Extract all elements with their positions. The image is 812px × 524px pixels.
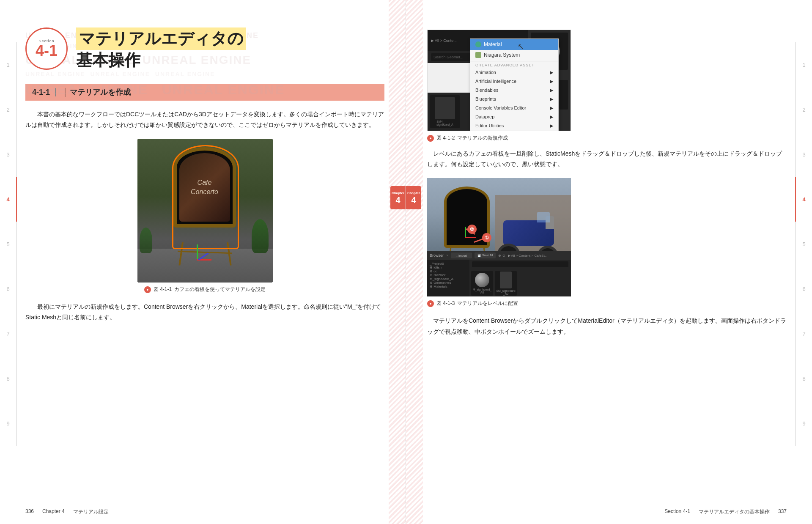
- cb-top-bar: Browser × ↓ Import 💾 Save All ⊕ ⊙ ▶ All …: [427, 251, 571, 260]
- body-text-1: 本書の基本的なワークフローではDCCツールまたはCADから3Dアセットデータを変…: [25, 109, 384, 130]
- chapter-tab-right: Chapter 4: [406, 186, 421, 209]
- title-highlighted: マテリアルエディタの: [76, 27, 246, 50]
- menu-dataprep[interactable]: Dataprep▶: [470, 112, 558, 121]
- caption-icon-2: ●: [427, 135, 434, 142]
- save-all-btn[interactable]: 💾 Save All: [475, 252, 496, 258]
- figure-3-text: マテリアルをレベルに配置: [457, 300, 518, 307]
- footer-section: Section 4-1: [664, 508, 690, 516]
- cb-tree-panel: _Project0 ⊕ ldfish ⊕ od ⊕ BV2022 M_signb…: [427, 260, 469, 296]
- footer-page-num-left: 336: [25, 508, 34, 516]
- asset-item-1: SM4_signboard_A: [430, 95, 460, 128]
- signboard-text: CafeConcerto: [191, 178, 218, 197]
- r-sidebar-num-6: 6: [795, 266, 812, 311]
- menu-section-label: CREATE ADVANCED ASSET: [470, 62, 558, 68]
- sidebar-num-6: 6: [0, 266, 17, 311]
- menu-console[interactable]: Console Variables Editor▶: [470, 104, 558, 112]
- figure-2-caption: ● 図 4-1-2 マテリアルの新規作成: [427, 134, 571, 142]
- sidebar-num-4: 4: [0, 177, 17, 222]
- figure-2-image: ▶ All > Conte... Search Geomet...: [427, 30, 571, 131]
- footer-chapter-title: マテリアル設定: [73, 508, 109, 516]
- r-sidebar-num-1: 1: [795, 42, 812, 87]
- section-number: 4-1: [36, 43, 58, 58]
- sidebar-num-9: 9: [0, 401, 17, 446]
- footer-right-content: Section 4-1 マテリアルエディタの基本操作 337: [431, 508, 787, 516]
- tree-right: [252, 219, 269, 253]
- sidebar-numbers-left: 1 2 3 4 5 6 7 8 9: [0, 42, 17, 446]
- chapter-number: 4: [395, 196, 400, 204]
- signboard-scene: CafeConcerto: [137, 139, 273, 283]
- left-page: Chapter 4 1 2 3 4 5 6 7 8 9 UNREAL ENGIN…: [0, 0, 406, 524]
- chapter-number-right: 4: [411, 196, 416, 204]
- cb-search-row: [469, 260, 571, 269]
- menu-item-material[interactable]: Material: [470, 39, 558, 50]
- menu-item-niagara[interactable]: Niagara System: [470, 50, 558, 60]
- cb-tree-items: _Project0 ⊕ ldfish ⊕ od ⊕ BV2022 M_signb…: [427, 260, 469, 290]
- caption-icon-1: ●: [144, 286, 151, 293]
- cb-asset-grid: M_signboard_A0 SM_signboard_A0: [469, 269, 571, 296]
- signboard-frame: CafeConcerto: [173, 147, 236, 228]
- content-browser-panel: Browser × ↓ Import 💾 Save All ⊕ ⊙ ▶ All …: [427, 251, 571, 296]
- menu-foliage[interactable]: Foliage▶: [470, 130, 558, 131]
- cb-search-field[interactable]: [472, 261, 568, 267]
- figure-1-text: カフェの看板を使ってマテリアルを設定: [174, 286, 266, 293]
- signboard: CafeConcerto: [173, 147, 237, 244]
- figure-2-number: 図 4-1-2: [436, 134, 455, 142]
- context-menu: Material Niagara System CREATE ADVANCED …: [470, 38, 559, 131]
- r-sidebar-num-7: 7: [795, 311, 812, 356]
- menu-separator: [470, 61, 558, 61]
- title-normal: 基本操作: [76, 50, 246, 71]
- r-sidebar-num-8: 8: [795, 356, 812, 401]
- menu-animation[interactable]: Animation▶: [470, 68, 558, 77]
- menu-material-label: Material: [484, 41, 502, 47]
- left-page-content: UNREAL ENGINE UNREAL ENGINE UNREAL ENGIN…: [25, 25, 384, 499]
- figure-1-number: 図 4-1-1: [154, 286, 172, 293]
- sidebar-num-3: 3: [0, 132, 17, 177]
- chapter-label-right: Chapter: [407, 191, 420, 195]
- figure-1-caption: ● 図 4-1-1 カフェの看板を使ってマテリアルを設定: [144, 286, 266, 293]
- title-area: マテリアルエディタの 基本操作: [76, 27, 246, 71]
- dropdown-mock: ▶ All > Conte... Search Geomet...: [428, 30, 571, 131]
- figure-2-wrapper: ▶ All > Conte... Search Geomet...: [427, 30, 571, 142]
- sidebar-num-8: 8: [0, 356, 17, 401]
- menu-editor-util[interactable]: Editor Utilities▶: [470, 121, 558, 130]
- footer-left-content: 336 Chapter 4 マテリアル設定: [25, 508, 109, 516]
- right-text-2: マテリアルをContent BrowserからダブルクリックしてMaterial…: [427, 315, 787, 337]
- figure-3-container: ① ② Browser × ↓ Import: [427, 178, 787, 307]
- sidebar-num-2: 2: [0, 87, 17, 132]
- sign-thumb: [500, 272, 512, 288]
- right-page-content: ▶ All > Conte... Search Geomet...: [427, 25, 787, 499]
- r-sidebar-num-2: 2: [795, 87, 812, 132]
- r-sidebar-num-3: 3: [795, 132, 812, 177]
- footer-left: 336 Chapter 4 マテリアル設定: [0, 508, 406, 516]
- tree-left: [140, 228, 152, 253]
- figure-3-number: 図 4-1-3: [436, 300, 455, 307]
- book-spread: Chapter 4 1 2 3 4 5 6 7 8 9 UNREAL ENGIN…: [0, 0, 812, 524]
- import-btn[interactable]: ↓ Import: [451, 252, 472, 258]
- menu-blueprints[interactable]: Blueprints▶: [470, 95, 558, 104]
- menu-niagara-label: Niagara System: [484, 52, 520, 58]
- sidebar-numbers-right: 1 2 3 4 5 6 7 8 9: [795, 42, 812, 446]
- right-page: Chapter 4 1 2 3 4 5 6 7 8 9: [406, 0, 812, 524]
- asset-sign: SM_signboard_A0: [495, 271, 517, 296]
- figure-1-container: CafeConcerto: [25, 139, 384, 293]
- watermark-5: UNREAL ENGINE UNREAL ENGINE: [25, 79, 384, 101]
- moto-windshield: [537, 212, 550, 222]
- r-sidebar-num-4: 4: [795, 177, 812, 222]
- figure-3-caption: ● 図 4-1-3 マテリアルをレベルに配置: [427, 300, 571, 307]
- chapter-tab-left: Chapter 4: [390, 186, 406, 209]
- body-text-2: 最初にマテリアルの新規作成をします。Content Browserを右クリックか…: [25, 302, 384, 323]
- menu-ai[interactable]: Artificial Intelligence▶: [470, 77, 558, 86]
- section-header: Section 4-1 マテリアルエディタの 基本操作: [25, 27, 384, 71]
- right-text-1: レベルにあるカフェの看板を一旦削除し、StaticMeshをドラッグ＆ドロップし…: [427, 148, 787, 170]
- figure-1-image: CafeConcerto: [137, 139, 273, 283]
- section-badge: Section 4-1: [25, 27, 68, 70]
- asset-sphere: M_signboard_A0: [471, 271, 493, 296]
- menu-blendables[interactable]: Blendables▶: [470, 86, 558, 95]
- sidebar-num-5: 5: [0, 222, 17, 266]
- figure-2-container: ▶ All > Conte... Search Geomet...: [427, 30, 787, 142]
- figure-3-image: ① ② Browser × ↓ Import: [427, 178, 571, 296]
- footer-page-num-right: 337: [778, 508, 787, 516]
- figure-2-text: マテリアルの新規作成: [457, 134, 508, 142]
- sidebar-num-1: 1: [0, 42, 17, 87]
- gizmo-x-2: [465, 237, 476, 238]
